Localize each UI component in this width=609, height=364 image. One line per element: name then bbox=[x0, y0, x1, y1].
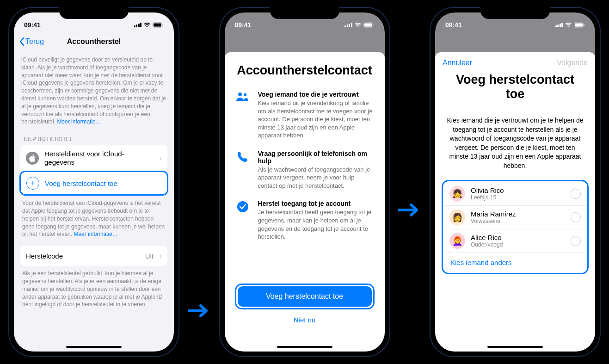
screen-2: 09:41 Accountherstelcon­tact Voeg iemand… bbox=[225, 12, 385, 352]
choose-someone-else-link[interactable]: Kies iemand anders bbox=[444, 253, 586, 272]
section-header-recovery-help: HULP BIJ HERSTEL bbox=[14, 133, 174, 145]
cellular-icon bbox=[555, 23, 563, 27]
notch bbox=[480, 7, 550, 19]
people-icon bbox=[235, 91, 251, 140]
recovery-key-group: Herstelcode Uit › bbox=[20, 246, 167, 266]
svg-rect-10 bbox=[575, 24, 583, 27]
feature-trust: Voeg iemand toe die je vertrouwt Kies ie… bbox=[235, 91, 375, 140]
phone-icon bbox=[235, 150, 251, 190]
add-recovery-contact-button[interactable]: Voeg herstelcontact toe bbox=[238, 286, 372, 307]
content: iCloud beveiligt je gegevens door ze ver… bbox=[14, 51, 174, 352]
radio-unchecked-icon[interactable] bbox=[571, 236, 581, 246]
row-title: Herstelcode bbox=[26, 252, 140, 260]
contact-meta: Leeftijd 15 bbox=[471, 194, 565, 201]
modal-sheet: Accountherstelcon­tact Voeg iemand toe d… bbox=[225, 52, 385, 352]
phone-frame-1: 09:41 Terug Accountherstel iCloud beveil… bbox=[8, 7, 179, 357]
contact-meta: Volwassene bbox=[471, 218, 565, 224]
screen-1: 09:41 Terug Accountherstel iCloud beveil… bbox=[14, 12, 174, 352]
plus-icon: + bbox=[26, 177, 39, 190]
flow-arrow-1 bbox=[187, 304, 211, 318]
feature-body: Als je wachtwoord of toegangscode van je… bbox=[258, 166, 375, 190]
contact-list: 👧 Olivia Rico Leeftijd 15 👩 Maria Ramire… bbox=[444, 182, 586, 272]
notch bbox=[270, 7, 339, 19]
svg-point-6 bbox=[238, 93, 242, 96]
notch bbox=[59, 7, 129, 19]
radio-unchecked-icon[interactable] bbox=[571, 212, 581, 222]
wifi-icon bbox=[354, 22, 362, 28]
contact-row-maria[interactable]: 👩 Maria Ramirez Volwassene bbox=[444, 206, 586, 229]
feature-phone: Vraag persoonlijk of telefonisch om hulp… bbox=[235, 150, 375, 190]
contact-row-alice[interactable]: 👩‍🦰 Alice Rico Ouder/voogd bbox=[444, 229, 586, 253]
svg-rect-5 bbox=[373, 24, 374, 26]
avatar: 👧 bbox=[449, 186, 465, 202]
row-detail: Uit bbox=[145, 252, 154, 260]
phone-frame-3: 09:41 Annuleer Volgende Voeg herstel­con… bbox=[430, 7, 601, 357]
status-icons bbox=[344, 22, 375, 28]
highlight-add-contact: + Voeg herstelcontact toe bbox=[19, 171, 168, 196]
status-icons bbox=[555, 22, 585, 28]
home-indicator bbox=[66, 346, 122, 348]
svg-point-7 bbox=[243, 93, 246, 96]
clock: 09:41 bbox=[24, 21, 41, 29]
svg-rect-2 bbox=[163, 24, 164, 26]
contact-name: Alice Rico bbox=[471, 234, 565, 241]
footnote-recovery-key: Als je een herstelsleutel gebruikt, kun … bbox=[14, 266, 174, 316]
intro-text: iCloud beveiligt je gegevens door ze ver… bbox=[14, 51, 174, 133]
feature-body: Kies iemand uit je vriendenkring of fami… bbox=[258, 99, 375, 140]
not-now-link[interactable]: Niet nu bbox=[235, 316, 375, 324]
contact-name: Maria Ramirez bbox=[471, 210, 565, 218]
clock: 09:41 bbox=[235, 21, 252, 29]
cellular-icon bbox=[134, 23, 142, 27]
learn-more-link[interactable]: Meer informatie… bbox=[57, 118, 101, 125]
modal-sheet: Annuleer Volgende Voeg herstel­contact t… bbox=[435, 52, 595, 352]
sheet-nav: Annuleer Volgende bbox=[435, 52, 595, 70]
svg-rect-1 bbox=[154, 24, 161, 27]
chevron-right-icon: › bbox=[159, 154, 162, 163]
chevron-left-icon bbox=[19, 37, 25, 46]
row-recovery-key[interactable]: Herstelcode Uit › bbox=[20, 246, 167, 266]
modal-title: Voeg herstel­contact toe bbox=[435, 70, 595, 101]
phone-frame-2: 09:41 Accountherstelcon­tact Voeg iemand… bbox=[219, 7, 390, 357]
wifi-icon bbox=[565, 22, 572, 28]
battery-icon bbox=[574, 22, 585, 28]
row-icloud-recovery-service[interactable]: Hersteldienst voor iCloud-gegevens › bbox=[20, 145, 167, 171]
chevron-right-icon: › bbox=[159, 251, 162, 261]
checkmark-circle-icon bbox=[235, 200, 251, 241]
contact-row-olivia[interactable]: 👧 Olivia Rico Leeftijd 15 bbox=[444, 182, 586, 206]
wifi-icon bbox=[143, 22, 151, 28]
feature-title: Voeg iemand toe die je vertrouwt bbox=[258, 91, 375, 98]
cellular-icon bbox=[344, 23, 352, 27]
avatar: 👩‍🦰 bbox=[449, 233, 465, 249]
row-title: Voeg herstelcontact toe bbox=[45, 179, 161, 187]
feature-title: Herstel toegang tot je account bbox=[258, 200, 375, 207]
footnote-recovery-help: Voor de hersteldienst van iCloud-gegeven… bbox=[14, 196, 174, 246]
home-indicator bbox=[277, 346, 332, 348]
screen-3: 09:41 Annuleer Volgende Voeg herstel­con… bbox=[435, 12, 595, 352]
status-icons bbox=[134, 22, 164, 28]
clock: 09:41 bbox=[445, 21, 462, 29]
nav-bar: Terug Accountherstel bbox=[14, 32, 174, 51]
feature-restore: Herstel toegang tot je account Je herste… bbox=[235, 200, 375, 241]
svg-rect-4 bbox=[364, 24, 372, 27]
cancel-button[interactable]: Annuleer bbox=[443, 59, 472, 67]
highlight-primary-btn: Voeg herstelcontact toe bbox=[235, 284, 375, 309]
next-button-disabled: Volgende bbox=[557, 59, 588, 67]
learn-more-link-2[interactable]: Meer informatie… bbox=[74, 231, 117, 237]
highlight-contact-list: 👧 Olivia Rico Leeftijd 15 👩 Maria Ramire… bbox=[442, 180, 589, 274]
home-indicator bbox=[487, 346, 543, 348]
back-button[interactable]: Terug bbox=[19, 37, 44, 46]
row-add-recovery-contact[interactable]: + Voeg herstelcontact toe bbox=[21, 172, 167, 194]
avatar: 👩 bbox=[449, 210, 465, 225]
svg-rect-11 bbox=[584, 24, 585, 26]
apple-icon bbox=[26, 152, 39, 165]
modal-subtitle: Kies iemand die je vertrouwt om je te he… bbox=[435, 114, 595, 180]
page-title: Accountherstel bbox=[67, 37, 121, 46]
radio-unchecked-icon[interactable] bbox=[571, 189, 581, 199]
row-title: Hersteldienst voor iCloud-gegevens bbox=[44, 150, 154, 167]
contact-meta: Ouder/voogd bbox=[471, 241, 565, 248]
feature-body: Je herstelcontact heeft geen toegang tot… bbox=[258, 208, 375, 241]
battery-icon bbox=[363, 22, 375, 28]
back-label: Terug bbox=[25, 37, 44, 46]
modal-title: Accountherstelcon­tact bbox=[235, 63, 375, 78]
battery-icon bbox=[153, 22, 164, 28]
